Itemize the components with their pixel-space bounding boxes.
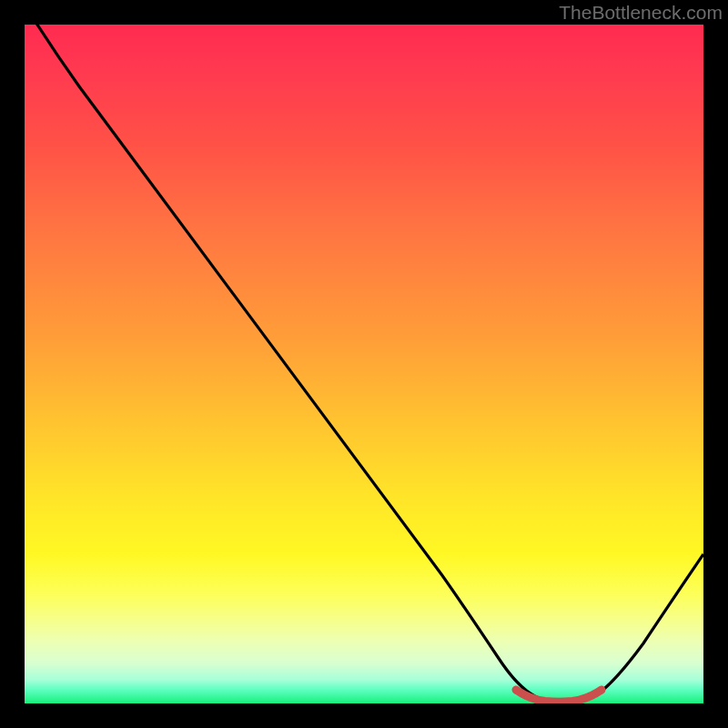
chart-plot-area (25, 25, 703, 703)
bottleneck-curve-path (25, 25, 703, 702)
watermark-text: TheBottleneck.com (559, 2, 723, 24)
chart-svg (25, 25, 703, 703)
